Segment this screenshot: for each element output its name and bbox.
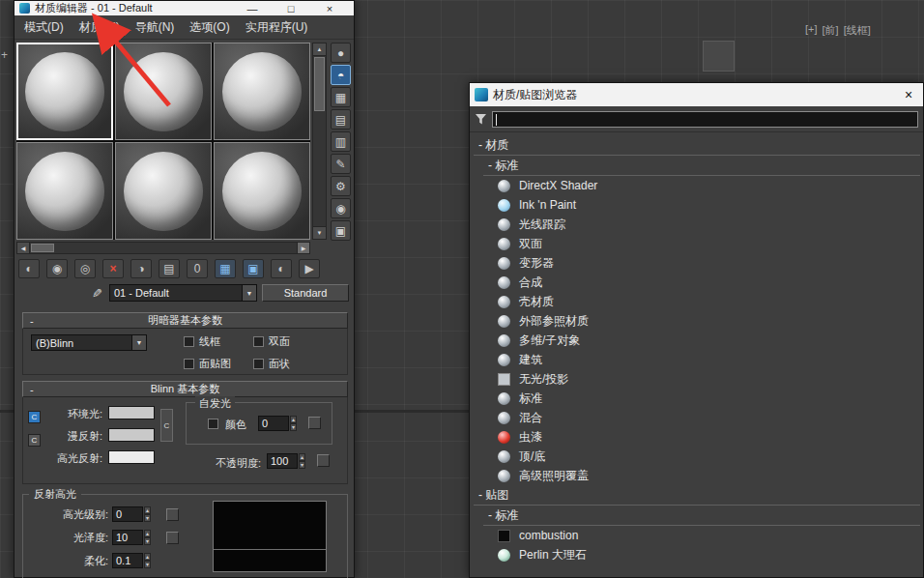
spinner-up-icon[interactable]: ▴ (290, 416, 297, 423)
material-sample-slot[interactable] (214, 142, 310, 240)
viewport-shading-menu[interactable]: [线框] (844, 23, 871, 38)
checkbox-box[interactable] (184, 336, 194, 347)
material-list-item[interactable]: 壳材质 (474, 292, 920, 311)
menu-utilities[interactable]: 实用程序(U) (238, 16, 316, 39)
materials-group-header[interactable]: - 材质 (474, 135, 920, 156)
materials-standard-subheader[interactable]: - 标准 (483, 156, 920, 176)
material-list-item[interactable]: 双面 (474, 234, 920, 253)
material-sample-slot[interactable] (115, 43, 212, 140)
lock-ambient-diffuse-icon[interactable]: C (28, 411, 41, 423)
material-name-dropdown[interactable]: 01 - Default ▼ (109, 284, 257, 302)
material-list-item[interactable]: 多维/子对象 (474, 331, 920, 350)
menu-options[interactable]: 选项(O) (182, 16, 237, 39)
maps-standard-subheader[interactable]: - 标准 (483, 506, 920, 526)
material-list-item[interactable]: 高级照明覆盖 (474, 466, 920, 485)
material-type-button[interactable]: Standard (262, 284, 349, 302)
highlight-map-button[interactable] (166, 532, 179, 544)
video-color-check-icon[interactable]: ▥ (331, 131, 351, 152)
material-list-item[interactable]: 变形器 (474, 253, 920, 273)
vertical-scroll-thumb[interactable] (314, 57, 325, 111)
spinner-down-icon[interactable]: ▾ (299, 461, 305, 469)
menu-material[interactable]: 材质(M) (72, 16, 128, 39)
opacity-map-button[interactable] (317, 454, 330, 467)
self-illumination-value[interactable]: 0 (258, 416, 289, 431)
spinner-up-icon[interactable]: ▴ (144, 506, 151, 514)
spinner-down-icon[interactable]: ▾ (144, 561, 151, 568)
lock-diffuse-specular-icon[interactable]: C (28, 434, 41, 447)
highlight-row-value[interactable]: 10 (112, 530, 143, 545)
highlight-row-value[interactable]: 0.1 (112, 553, 143, 568)
scroll-left-icon[interactable]: ◀ (17, 243, 30, 253)
minimize-button[interactable]: — (233, 3, 272, 14)
material-sample-slot[interactable] (214, 43, 310, 140)
menu-mode[interactable]: 模式(D) (16, 16, 72, 39)
material-list-item[interactable]: 无光/投影 (474, 369, 920, 389)
material-list-item[interactable]: DirectX Shader (474, 176, 920, 195)
close-icon[interactable]: × (899, 87, 918, 102)
material-list-item[interactable]: 混合 (474, 408, 920, 427)
self-illumination-map-button[interactable] (308, 417, 321, 429)
go-to-parent-icon[interactable]: ◐ (271, 259, 292, 278)
highlight-map-button[interactable] (166, 508, 179, 521)
chevron-down-icon[interactable]: ▼ (242, 285, 256, 301)
material-list-item[interactable]: 外部参照材质 (474, 311, 920, 331)
editor-titlebar[interactable]: 材质编辑器 - 01 - Default — □ × (14, 1, 354, 15)
backlight-icon[interactable]: ◓ (331, 65, 351, 85)
scroll-right-icon[interactable]: ▶ (297, 243, 309, 253)
ambient-color-swatch[interactable] (108, 406, 155, 419)
options-icon[interactable]: ⚙ (331, 176, 351, 196)
map-list-item[interactable]: Perlin 大理石 (474, 545, 920, 564)
shader-checkbox[interactable]: 面状 (253, 357, 323, 371)
show-map-in-viewport-icon[interactable]: ▦ (215, 259, 236, 278)
scroll-up-icon[interactable]: ▲ (313, 43, 326, 56)
material-sample-slot[interactable] (115, 142, 212, 240)
get-material-icon[interactable]: ◐ (18, 259, 40, 278)
specular-color-swatch[interactable] (108, 450, 155, 464)
maps-group-header[interactable]: - 贴图 (474, 485, 920, 506)
checkbox-box[interactable] (253, 336, 264, 347)
search-input[interactable] (492, 111, 918, 128)
samples-horizontal-scrollbar[interactable]: ◀ ▶ (16, 242, 310, 254)
put-to-library-icon[interactable]: ▤ (159, 259, 180, 278)
shader-checkbox[interactable]: 面贴图 (184, 357, 253, 371)
material-sample-slot[interactable] (16, 43, 113, 140)
spinner-up-icon[interactable]: ▴ (299, 453, 305, 461)
filter-funnel-icon[interactable] (475, 113, 487, 126)
material-list-item[interactable]: Ink 'n Paint (474, 195, 920, 215)
material-list-item[interactable]: 顶/底 (474, 447, 920, 466)
shader-checkbox[interactable]: 线框 (184, 334, 253, 349)
blinn-basic-rollout-header[interactable]: - Blinn 基本参数 (22, 381, 348, 397)
lock-map-icon[interactable]: C (160, 409, 173, 442)
spinner-down-icon[interactable]: ▾ (144, 537, 151, 545)
checkbox-box[interactable] (184, 359, 194, 369)
make-preview-icon[interactable]: ✎ (331, 154, 351, 174)
checkbox-box[interactable] (253, 359, 264, 369)
horizontal-scroll-thumb[interactable] (31, 244, 54, 252)
color-checkbox[interactable] (208, 419, 218, 429)
spinner-down-icon[interactable]: ▾ (290, 423, 297, 431)
shader-checkbox[interactable]: 双面 (253, 334, 323, 349)
highlight-row-value[interactable]: 0 (112, 506, 143, 522)
samples-vertical-scrollbar[interactable]: ▲ ▼ (312, 43, 327, 240)
opacity-value[interactable]: 100 (267, 453, 298, 469)
material-id-channel-icon[interactable]: 0 (187, 259, 208, 278)
menu-navigation[interactable]: 导航(N) (128, 16, 183, 39)
sample-uv-tiling-icon[interactable]: ▤ (331, 109, 351, 130)
spinner-up-icon[interactable]: ▴ (144, 530, 151, 537)
browser-titlebar[interactable]: 材质/贴图浏览器 × (470, 83, 923, 106)
spinner-up-icon[interactable]: ▴ (144, 553, 151, 561)
pick-material-from-object-icon[interactable]: ✎ (88, 284, 106, 303)
viewport-view-menu[interactable]: [前] (823, 23, 839, 38)
material-list-item[interactable]: 建筑 (474, 350, 920, 369)
put-material-to-scene-icon[interactable]: ◉ (46, 259, 68, 278)
material-list-item[interactable]: 虫漆 (474, 427, 920, 447)
spinner-down-icon[interactable]: ▾ (144, 514, 151, 522)
maximize-button[interactable]: □ (272, 3, 310, 14)
make-material-copy-icon[interactable]: ◑ (130, 259, 152, 278)
sample-type-icon[interactable]: ● (331, 43, 351, 63)
material-list-item[interactable]: 标准 (474, 389, 920, 408)
diffuse-color-swatch[interactable] (108, 428, 155, 442)
material-sample-slot[interactable] (16, 142, 113, 240)
background-icon[interactable]: ▦ (331, 87, 351, 107)
assign-material-to-selection-icon[interactable]: ◎ (74, 259, 96, 278)
